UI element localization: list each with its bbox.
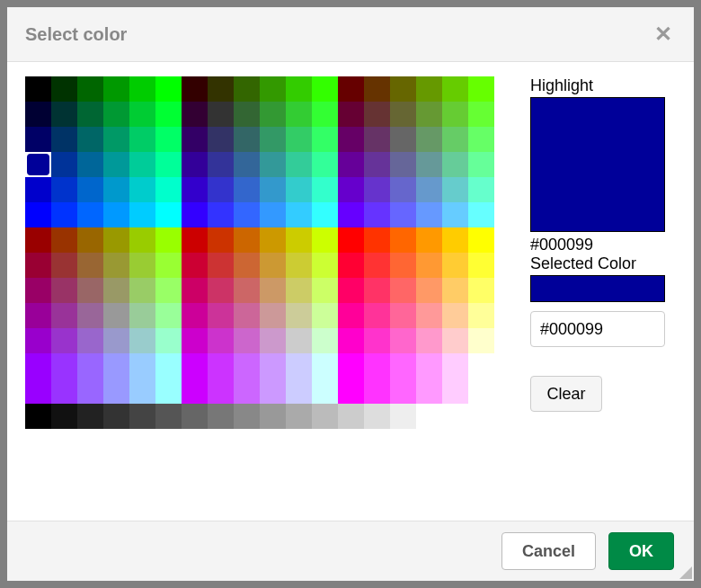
color-swatch[interactable] [182,278,208,303]
color-swatch[interactable] [260,127,286,152]
color-swatch[interactable] [364,202,390,227]
color-swatch[interactable] [416,102,442,127]
clear-button[interactable]: Clear [530,376,602,412]
color-swatch[interactable] [442,328,468,353]
color-swatch[interactable] [25,353,51,379]
color-swatch[interactable] [416,278,442,303]
color-swatch[interactable] [390,127,416,152]
color-swatch[interactable] [442,76,468,102]
color-swatch[interactable] [260,278,286,303]
color-swatch[interactable] [234,278,260,303]
color-swatch[interactable] [312,278,338,303]
color-swatch[interactable] [468,202,494,227]
color-swatch[interactable] [468,404,494,429]
color-swatch[interactable] [364,177,390,202]
color-swatch[interactable] [234,253,260,278]
color-swatch[interactable] [208,127,234,152]
ok-button[interactable]: OK [608,532,674,570]
color-swatch[interactable] [77,152,103,177]
color-swatch[interactable] [25,202,51,227]
color-swatch[interactable] [416,76,442,102]
color-swatch[interactable] [208,278,234,303]
color-swatch[interactable] [25,253,51,278]
color-swatch[interactable] [390,404,416,429]
color-swatch[interactable] [312,152,338,177]
color-swatch[interactable] [338,303,364,328]
color-swatch[interactable] [312,328,338,353]
color-swatch[interactable] [390,227,416,253]
color-swatch[interactable] [25,303,51,328]
color-swatch[interactable] [182,404,208,429]
color-swatch[interactable] [260,102,286,127]
color-swatch[interactable] [208,353,234,379]
color-swatch[interactable] [234,379,260,404]
color-swatch[interactable] [468,353,494,379]
color-swatch[interactable] [129,328,155,353]
color-swatch[interactable] [208,303,234,328]
color-swatch[interactable] [286,404,312,429]
color-swatch[interactable] [260,253,286,278]
color-swatch[interactable] [182,152,208,177]
color-swatch[interactable] [25,127,51,152]
color-swatch[interactable] [416,328,442,353]
color-swatch[interactable] [182,76,208,102]
color-swatch[interactable] [129,127,155,152]
color-swatch[interactable] [129,353,155,379]
color-swatch[interactable] [182,127,208,152]
color-swatch[interactable] [155,253,182,278]
color-swatch[interactable] [468,379,494,404]
color-swatch[interactable] [51,404,77,429]
color-swatch[interactable] [234,76,260,102]
color-swatch[interactable] [25,76,51,102]
color-swatch[interactable] [338,253,364,278]
color-swatch[interactable] [364,227,390,253]
color-swatch[interactable] [103,353,129,379]
color-swatch[interactable] [129,152,155,177]
color-swatch[interactable] [260,353,286,379]
color-swatch[interactable] [468,152,494,177]
color-swatch[interactable] [155,76,182,102]
color-swatch[interactable] [390,278,416,303]
color-swatch[interactable] [25,152,51,177]
color-swatch[interactable] [312,253,338,278]
color-swatch[interactable] [286,177,312,202]
color-swatch[interactable] [338,404,364,429]
color-swatch[interactable] [286,328,312,353]
color-swatch[interactable] [338,152,364,177]
color-swatch[interactable] [77,227,103,253]
color-swatch[interactable] [442,127,468,152]
color-swatch[interactable] [286,278,312,303]
color-swatch[interactable] [234,227,260,253]
color-swatch[interactable] [103,328,129,353]
color-swatch[interactable] [25,177,51,202]
color-swatch[interactable] [442,303,468,328]
color-swatch[interactable] [286,303,312,328]
color-swatch[interactable] [260,76,286,102]
color-swatch[interactable] [155,177,182,202]
color-swatch[interactable] [129,202,155,227]
color-swatch[interactable] [51,102,77,127]
color-swatch[interactable] [208,379,234,404]
color-swatch[interactable] [234,127,260,152]
color-swatch[interactable] [155,379,182,404]
color-swatch[interactable] [390,76,416,102]
color-swatch[interactable] [155,404,182,429]
color-swatch[interactable] [103,177,129,202]
color-swatch[interactable] [416,227,442,253]
color-swatch[interactable] [182,353,208,379]
color-swatch[interactable] [286,202,312,227]
color-swatch[interactable] [155,328,182,353]
color-swatch[interactable] [442,379,468,404]
color-swatch[interactable] [260,177,286,202]
color-swatch[interactable] [129,102,155,127]
color-swatch[interactable] [208,227,234,253]
color-swatch[interactable] [155,227,182,253]
color-swatch[interactable] [77,177,103,202]
color-swatch[interactable] [155,353,182,379]
color-swatch[interactable] [208,202,234,227]
color-swatch[interactable] [51,328,77,353]
color-swatch[interactable] [338,227,364,253]
color-swatch[interactable] [234,102,260,127]
color-swatch[interactable] [51,379,77,404]
color-swatch[interactable] [364,102,390,127]
